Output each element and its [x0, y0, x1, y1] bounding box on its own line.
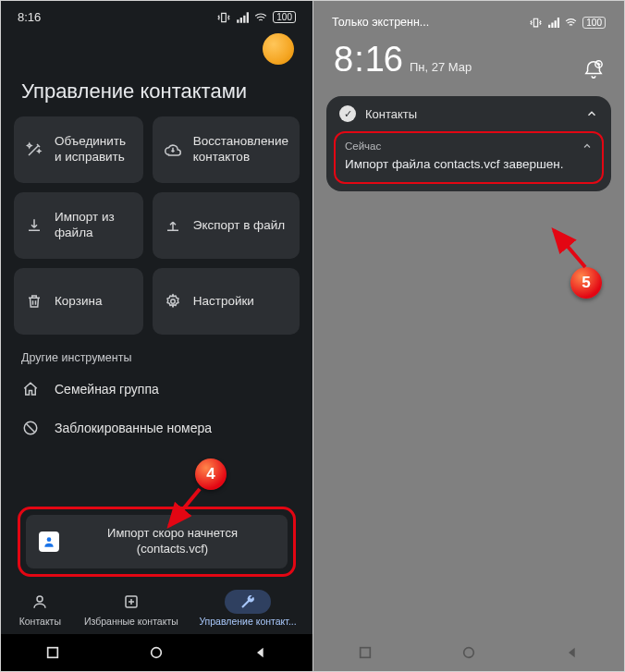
nav-recent-icon[interactable]	[358, 645, 373, 660]
nav-recent-icon[interactable]	[45, 645, 60, 660]
tab-label: Контакты	[19, 616, 61, 627]
carrier-text: Только экстренн...	[332, 16, 429, 29]
tile-merge-fix[interactable]: Объединить и исправить	[14, 116, 143, 183]
phone-right-lockscreen: Только экстренн... 100 8:16 Пн, 27 Мар ✓	[313, 1, 624, 671]
tile-label: Импорт из файла	[55, 210, 132, 241]
wand-icon	[25, 141, 43, 158]
lock-date: Пн, 27 Мар	[410, 60, 472, 79]
block-icon	[21, 420, 40, 436]
callout-5-badge: 5	[570, 267, 602, 299]
home-icon	[21, 381, 40, 397]
callout-4-highlight: Импорт скоро начнется(contacts.vcf)	[18, 507, 296, 577]
svg-rect-5	[48, 648, 58, 658]
contacts-app-icon	[39, 531, 59, 552]
tile-restore[interactable]: Восстановление контактов	[153, 116, 300, 183]
status-time: 8:16	[18, 10, 41, 24]
nav-back-icon[interactable]	[565, 645, 580, 660]
notification-app-name: Контакты	[365, 107, 576, 121]
toast-text: Импорт скоро начнется(contacts.vcf)	[70, 526, 275, 557]
battery-icon: 100	[273, 11, 296, 23]
chevron-up-icon	[585, 107, 598, 120]
tile-label: Настройки	[193, 294, 254, 310]
tile-settings[interactable]: Настройки	[153, 268, 300, 335]
tab-favorites[interactable]: Избранные контакты	[84, 590, 178, 627]
signal-icon	[547, 17, 559, 29]
tile-label: Восстановление контактов	[193, 134, 288, 165]
lock-clock: 8:16	[334, 40, 402, 79]
wifi-icon	[254, 11, 267, 24]
person-icon	[17, 590, 63, 614]
download-icon	[25, 217, 43, 234]
tile-label: Корзина	[55, 294, 102, 310]
avatar[interactable]	[263, 33, 294, 65]
tab-manage[interactable]: Управление контакт...	[199, 590, 296, 627]
svg-point-0	[170, 299, 175, 304]
clock-row: 8:16 Пн, 27 Мар	[313, 36, 624, 92]
notification-header[interactable]: ✓ Контакты	[326, 96, 611, 131]
upload-icon	[164, 217, 182, 234]
tab-contacts[interactable]: Контакты	[17, 590, 63, 627]
svg-rect-8	[361, 648, 371, 658]
android-navbar	[313, 634, 624, 671]
check-icon: ✓	[339, 105, 356, 122]
row-blocked-numbers[interactable]: Заблокированные номера	[1, 409, 312, 447]
tile-trash[interactable]: Корзина	[14, 268, 143, 335]
gear-icon	[164, 293, 182, 310]
chevron-up-icon	[582, 141, 593, 152]
page-title: Управление контактами	[1, 70, 312, 116]
tile-label: Экспорт в файл	[193, 218, 285, 234]
nav-back-icon[interactable]	[253, 645, 268, 660]
callout-5-arrow	[541, 223, 596, 274]
svg-point-3	[37, 596, 43, 602]
tab-label: Управление контакт...	[199, 616, 296, 627]
wifi-icon	[565, 17, 577, 29]
android-navbar	[1, 634, 312, 671]
bottom-tabs: КонтактыИзбранные контактыУправление кон…	[1, 582, 312, 634]
tile-import-file[interactable]: Импорт из файла	[14, 192, 143, 259]
nav-home-icon[interactable]	[149, 645, 164, 660]
status-bar: Только экстренн... 100	[313, 1, 624, 36]
phone-left-manage-contacts: 8:16 100 Управление контактами Объединит…	[1, 1, 313, 671]
tab-label: Избранные контакты	[84, 616, 178, 627]
alarm-icon[interactable]	[583, 59, 604, 79]
wrench-icon	[225, 590, 271, 614]
status-icons: 100	[217, 11, 296, 24]
svg-point-2	[47, 537, 52, 542]
tile-label: Объединить и исправить	[55, 134, 132, 165]
vibrate-icon	[530, 17, 542, 29]
vibrate-icon	[217, 11, 230, 24]
trash-icon	[25, 293, 43, 310]
row-label: Семейная группа	[55, 382, 159, 397]
avatar-row	[1, 28, 312, 70]
addbox-icon	[108, 590, 154, 614]
battery-icon: 100	[582, 17, 606, 29]
callout-5-highlight: Сейчас Импорт файла contacts.vcf заверше…	[334, 131, 604, 184]
tile-export-file[interactable]: Экспорт в файл	[153, 192, 300, 259]
notification-time-row: Сейчас	[345, 141, 593, 152]
import-toast[interactable]: Импорт скоро начнется(contacts.vcf)	[26, 515, 288, 568]
nav-home-icon[interactable]	[461, 645, 476, 660]
status-icons: 100	[530, 17, 606, 29]
svg-point-6	[152, 648, 162, 658]
cloud-icon	[164, 141, 182, 158]
notification-message: Импорт файла contacts.vcf завершен.	[345, 157, 593, 171]
other-tools-label: Другие инструменты	[1, 335, 312, 370]
callout-4-badge: 4	[195, 458, 227, 490]
status-bar: 8:16 100	[1, 1, 312, 28]
row-label: Заблокированные номера	[55, 421, 212, 435]
svg-point-9	[464, 648, 474, 658]
signal-icon	[236, 11, 249, 24]
notification-card[interactable]: ✓ Контакты Сейчас Импорт файла contacts.…	[326, 96, 611, 191]
row-family-group[interactable]: Семейная группа	[1, 370, 312, 409]
